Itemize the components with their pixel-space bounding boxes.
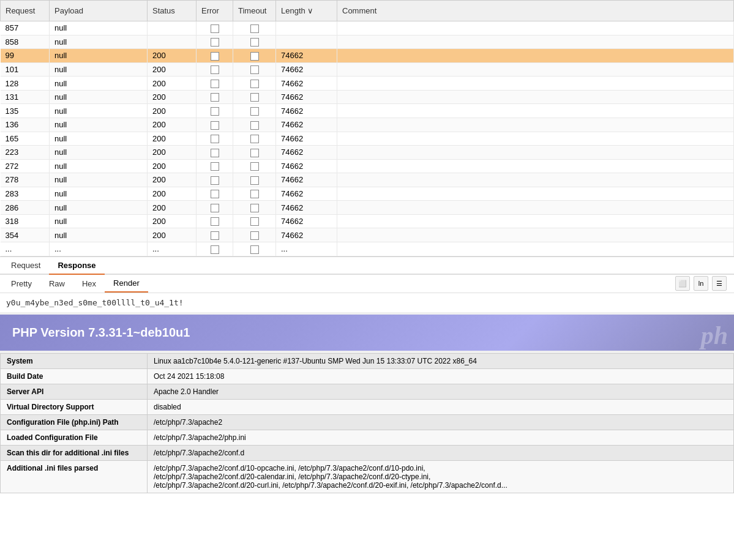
checkbox[interactable] <box>250 231 259 240</box>
sub-tab-hex[interactable]: Hex <box>73 275 105 292</box>
checkbox[interactable] <box>250 245 259 254</box>
checkbox[interactable] <box>211 38 219 47</box>
table-row[interactable]: 318null20074662 <box>1 214 734 228</box>
table-row[interactable]: 165null20074662 <box>1 132 734 146</box>
sub-tabs-bar: Pretty Raw Hex Render ⬜ ln ☰ <box>0 275 734 293</box>
phpinfo-key: Scan this dir for additional .ini files <box>1 445 148 460</box>
phpinfo-value: Linux aa1cb7c10b4e 5.4.0-121-generic #13… <box>148 353 734 368</box>
phpinfo-value: /etc/php/7.3/apache2/conf.d <box>148 445 734 460</box>
php-logo: ph <box>701 321 728 350</box>
checkbox[interactable] <box>211 121 219 130</box>
table-row[interactable]: 128null20074662 <box>1 77 734 91</box>
checkbox[interactable] <box>250 65 259 74</box>
phpinfo-table: SystemLinux aa1cb7c10b4e 5.4.0-121-gener… <box>0 353 734 493</box>
sub-tab-raw[interactable]: Raw <box>40 275 73 292</box>
sub-tabs-actions: ⬜ ln ☰ <box>675 276 732 291</box>
table-row[interactable]: 223null20074662 <box>1 146 734 160</box>
phpinfo-value: /etc/php/7.3/apache2 <box>148 414 734 430</box>
checkbox[interactable] <box>250 80 259 88</box>
results-table: Request Payload Status Error Timeout Len… <box>0 0 734 256</box>
table-row[interactable]: 286null20074662 <box>1 201 734 215</box>
table-row[interactable]: 101null20074662 <box>1 62 734 77</box>
table-row[interactable]: ............ <box>1 242 734 256</box>
phpinfo-key: Loaded Configuration File <box>1 430 148 445</box>
phpinfo-key: Configuration File (php.ini) Path <box>1 414 148 430</box>
phpinfo-key: Virtual Directory Support <box>1 399 148 414</box>
checkbox[interactable] <box>211 176 219 185</box>
table-row[interactable]: 99null20074662 <box>1 49 734 63</box>
checkbox[interactable] <box>250 38 259 47</box>
response-text: y0u_m4ybe_n3ed_s0me_t00llll_t0_u4_1t! <box>0 293 734 312</box>
phpinfo-key: Build Date <box>1 368 148 384</box>
table-row[interactable]: 858null <box>1 35 734 49</box>
checkbox[interactable] <box>211 52 219 61</box>
phpinfo-row: Virtual Directory Supportdisabled <box>1 399 734 414</box>
phpinfo-row: Scan this dir for additional .ini files/… <box>1 445 734 460</box>
checkbox[interactable] <box>211 149 219 157</box>
col-header-payload: Payload <box>50 1 148 21</box>
wrap-icon[interactable]: ln <box>694 276 708 291</box>
sub-tab-render[interactable]: Render <box>105 275 148 293</box>
table-row[interactable]: 857null <box>1 21 734 35</box>
table-row[interactable]: 135null20074662 <box>1 104 734 118</box>
checkbox[interactable] <box>211 107 219 116</box>
copy-icon[interactable]: ⬜ <box>675 276 690 291</box>
checkbox[interactable] <box>250 217 259 226</box>
menu-icon[interactable]: ☰ <box>712 276 727 291</box>
table-row[interactable]: 131null20074662 <box>1 90 734 104</box>
col-header-error: Error <box>197 1 233 21</box>
checkbox[interactable] <box>211 190 219 198</box>
checkbox[interactable] <box>211 65 219 74</box>
checkbox[interactable] <box>250 204 259 212</box>
checkbox[interactable] <box>211 231 219 240</box>
checkbox[interactable] <box>250 93 259 102</box>
phpinfo-title: PHP Version 7.3.31-1~deb10u1 <box>12 326 190 340</box>
phpinfo-row: Additional .ini files parsed/etc/php/7.3… <box>1 460 734 493</box>
col-header-status: Status <box>148 1 197 21</box>
phpinfo-row: SystemLinux aa1cb7c10b4e 5.4.0-121-gener… <box>1 353 734 368</box>
col-header-length[interactable]: Length ∨ <box>276 1 337 21</box>
phpinfo-value: disabled <box>148 399 734 414</box>
checkbox[interactable] <box>250 176 259 185</box>
phpinfo-key: Server API <box>1 384 148 399</box>
phpinfo-value: /etc/php/7.3/apache2/conf.d/10-opcache.i… <box>148 460 734 493</box>
main-tabs-bar: Request Response <box>0 257 734 275</box>
sub-tab-pretty[interactable]: Pretty <box>2 275 40 292</box>
checkbox[interactable] <box>211 162 219 171</box>
phpinfo-header: PHP Version 7.3.31-1~deb10u1 ph <box>0 315 734 351</box>
table-row[interactable]: 283null20074662 <box>1 187 734 201</box>
checkbox[interactable] <box>211 80 219 88</box>
table-row[interactable]: 136null20074662 <box>1 118 734 132</box>
checkbox[interactable] <box>211 204 219 212</box>
table-row[interactable]: 354null20074662 <box>1 228 734 242</box>
checkbox[interactable] <box>211 24 219 33</box>
phpinfo-row: Loaded Configuration File/etc/php/7.3/ap… <box>1 430 734 445</box>
col-header-request: Request <box>1 1 50 21</box>
phpinfo-value: Apache 2.0 Handler <box>148 384 734 399</box>
phpinfo-row: Server APIApache 2.0 Handler <box>1 384 734 399</box>
checkbox[interactable] <box>211 245 219 254</box>
results-table-section: Request Payload Status Error Timeout Len… <box>0 0 734 257</box>
phpinfo-row: Build DateOct 24 2021 15:18:08 <box>1 368 734 384</box>
phpinfo-key: Additional .ini files parsed <box>1 460 148 493</box>
tab-request[interactable]: Request <box>2 257 49 275</box>
tab-response[interactable]: Response <box>49 257 104 275</box>
phpinfo-row: Configuration File (php.ini) Path/etc/ph… <box>1 414 734 430</box>
checkbox[interactable] <box>250 24 259 33</box>
checkbox[interactable] <box>211 93 219 102</box>
checkbox[interactable] <box>250 162 259 171</box>
table-row[interactable]: 278null20074662 <box>1 173 734 187</box>
checkbox[interactable] <box>211 217 219 226</box>
phpinfo-key: System <box>1 353 148 368</box>
checkbox[interactable] <box>250 135 259 143</box>
table-row[interactable]: 272null20074662 <box>1 159 734 173</box>
phpinfo-value: /etc/php/7.3/apache2/php.ini <box>148 430 734 445</box>
checkbox[interactable] <box>250 107 259 116</box>
col-header-timeout[interactable]: Timeout <box>233 1 276 21</box>
checkbox[interactable] <box>211 135 219 143</box>
checkbox[interactable] <box>250 52 259 61</box>
col-header-comment: Comment <box>337 1 734 21</box>
checkbox[interactable] <box>250 190 259 198</box>
checkbox[interactable] <box>250 121 259 130</box>
checkbox[interactable] <box>250 149 259 157</box>
